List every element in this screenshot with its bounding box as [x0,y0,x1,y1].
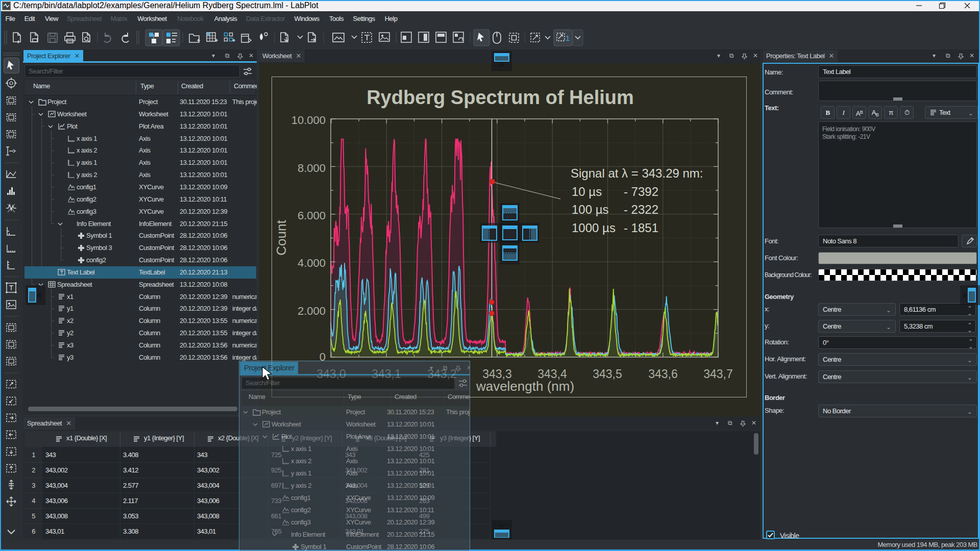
svg-text:-: - [624,185,628,198]
svg-text:wavelength (nm): wavelength (nm) [476,379,574,394]
svg-text:Rydberg Spectrum of Helium: Rydberg Spectrum of Helium [366,87,634,108]
svg-text:2322: 2322 [631,203,658,216]
svg-text:-: - [624,203,628,216]
svg-text:1000 µs: 1000 µs [572,221,616,235]
svg-text:2.000: 2.000 [298,305,326,317]
svg-text:1: 1 [566,34,570,42]
svg-text:6.000: 6.000 [298,209,326,222]
svg-text:1851: 1851 [631,221,658,235]
svg-text:343,7: 343,7 [703,367,733,381]
svg-text:10.000: 10.000 [291,114,326,127]
svg-text:10 µs: 10 µs [572,185,602,198]
svg-text:343,6: 343,6 [648,367,678,381]
svg-text:343,5: 343,5 [593,367,622,381]
svg-text:7392: 7392 [631,185,658,198]
svg-text:8.000: 8.000 [298,162,326,174]
svg-text:100 µs: 100 µs [572,203,609,216]
svg-text:Count: Count [274,220,289,256]
svg-text:Signal at λ = 343.29 nm:: Signal at λ = 343.29 nm: [571,166,703,180]
svg-text:-: - [624,221,628,235]
svg-text:4.000: 4.000 [298,257,326,269]
